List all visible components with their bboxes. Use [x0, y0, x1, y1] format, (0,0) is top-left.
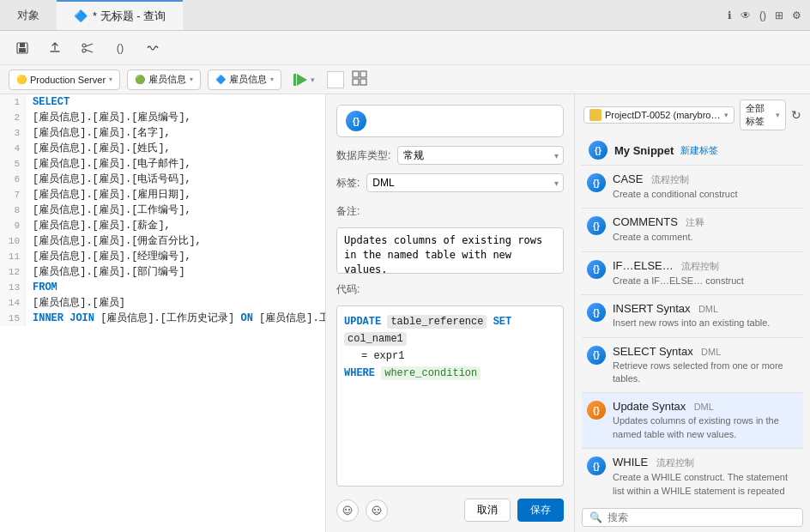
- tag-wrapper[interactable]: DML: [366, 173, 564, 192]
- svg-point-3: [82, 44, 86, 47]
- search-input[interactable]: [608, 511, 795, 523]
- snippet-item-ifelse[interactable]: {} IF…ELSE… 流程控制 Create a IF…ELSE… const…: [582, 252, 803, 295]
- case-body: CASE 流程控制 Create a conditional construct: [613, 172, 798, 201]
- run-button[interactable]: ▾: [288, 70, 320, 89]
- snippet-item-select[interactable]: {} SELECT Syntax DML Retrieve rows selec…: [582, 338, 803, 394]
- while-icon: {}: [587, 456, 606, 475]
- add-tag-btn[interactable]: [336, 499, 359, 522]
- svg-line-6: [86, 50, 93, 52]
- comments-tag: 注释: [686, 217, 704, 227]
- db2-select[interactable]: 🔷 雇员信息 ▾: [208, 70, 281, 90]
- search-bar: 🔍: [582, 508, 803, 527]
- update-body: Update Syntax DML Updates columns of exi…: [613, 400, 798, 441]
- tag-filter-select[interactable]: 全部标签 ▾: [740, 100, 787, 130]
- comments-body: COMMENTS 注释 Create a comment.: [613, 215, 798, 244]
- tag-select[interactable]: DML: [366, 173, 564, 192]
- snippet-item-case[interactable]: {} CASE 流程控制 Create a conditional constr…: [582, 166, 803, 209]
- grid-icon[interactable]: ⊞: [775, 9, 783, 21]
- code-line-2: 2 [雇员信息].[雇员].[雇员编号],: [0, 110, 325, 125]
- snippets-panel: ProjectDT-0052 (marybro… ▾ 全部标签 ▾ ↻ {} M…: [575, 94, 810, 532]
- parens-button[interactable]: (): [108, 36, 132, 60]
- svg-rect-1: [20, 43, 25, 47]
- server-label: Production Server: [30, 75, 106, 85]
- scissors-button[interactable]: [76, 36, 100, 60]
- snippet-item-update[interactable]: {} Update Syntax DML Updates columns of …: [582, 393, 803, 449]
- comments-title: COMMENTS: [613, 215, 678, 228]
- code-editor[interactable]: 1 SELECT 2 [雇员信息].[雇员].[雇员编号], 3 [雇员信息].…: [0, 94, 325, 326]
- server-select[interactable]: 🟡 Production Server ▾: [9, 70, 120, 90]
- notes-section: 备注:: [336, 201, 564, 219]
- snippet-icon: {}: [346, 111, 366, 131]
- db-type-row: 数据库类型: 常规: [336, 146, 564, 165]
- snippet-title-input[interactable]: UPDATE Syntax: [373, 115, 554, 128]
- snippet-header: {} UPDATE Syntax: [336, 105, 564, 137]
- svg-line-5: [86, 44, 93, 46]
- select-tag: DML: [701, 347, 721, 357]
- refresh-button[interactable]: ↻: [791, 108, 801, 122]
- code-line-5: 5 [雇员信息].[雇员].[电子邮件],: [0, 156, 325, 172]
- notes-textarea[interactable]: Updates columns of existing rows in the …: [336, 227, 564, 274]
- code-line-15: 15 INNER JOIN [雇员信息].[工作历史记录] ON [雇员信息].…: [0, 311, 325, 326]
- update-title: Update Syntax: [613, 400, 686, 413]
- snippet-item-while[interactable]: {} WHILE 流程控制 Create a WHILE construct. …: [582, 449, 803, 503]
- search-icon: 🔍: [589, 511, 602, 523]
- db-type-label: 数据库类型:: [336, 148, 390, 163]
- stop-button[interactable]: [327, 71, 344, 88]
- info-icon[interactable]: ℹ: [728, 9, 732, 21]
- main-area: 1 SELECT 2 [雇员信息].[雇员].[雇员编号], 3 [雇员信息].…: [0, 94, 810, 532]
- db2-arrow: ▾: [270, 76, 274, 83]
- save-button[interactable]: [10, 36, 34, 60]
- parens-icon[interactable]: (): [759, 9, 766, 21]
- grid-btn[interactable]: [351, 70, 368, 89]
- db-type-wrapper[interactable]: 常规: [397, 146, 564, 165]
- main-toolbar: (): [0, 31, 810, 65]
- svg-point-14: [348, 509, 350, 511]
- svg-marker-7: [297, 74, 307, 86]
- db1-select[interactable]: 🟢 雇员信息 ▾: [127, 70, 201, 90]
- save-button[interactable]: 保存: [517, 499, 564, 522]
- snippets-list: {} My Snippet 新建标签 {} CASE 流程控制 Create a…: [575, 136, 810, 503]
- tab-objects[interactable]: 对象: [0, 0, 57, 30]
- comments-icon: {}: [587, 216, 606, 235]
- snippet-bottom-bar: 取消 保存: [336, 495, 564, 522]
- code-box[interactable]: UPDATE table_reference SET col_name1 = e…: [336, 305, 564, 487]
- svg-rect-8: [293, 74, 296, 86]
- svg-point-13: [345, 509, 347, 511]
- tab-bar: 对象 🔷 * 无标题 - 查询 ℹ 👁 () ⊞ ⚙: [0, 0, 810, 31]
- tab-query-label: * 无标题 - 查询: [93, 9, 166, 24]
- gear-icon[interactable]: ⚙: [792, 9, 801, 21]
- eye-icon[interactable]: 👁: [740, 9, 751, 21]
- code-line-14: 14 [雇员信息].[雇员]: [0, 295, 325, 311]
- notes-label: 备注:: [336, 204, 564, 219]
- code-line-13: 13 FROM: [0, 280, 325, 295]
- code-snippet-line3: WHERE where_condition: [344, 365, 556, 382]
- insert-title: INSERT Syntax: [613, 302, 691, 315]
- insert-desc: Insert new rows into an existing table.: [613, 317, 798, 329]
- upload-button[interactable]: [43, 36, 67, 60]
- snippet-item-insert[interactable]: {} INSERT Syntax DML Insert new rows int…: [582, 295, 803, 337]
- code-line-12: 12 [雇员信息].[雇员].[部门编号]: [0, 264, 325, 280]
- select-body: SELECT Syntax DML Retrieve rows selected…: [613, 345, 798, 386]
- db1-label: 雇员信息: [148, 73, 186, 86]
- wave-button[interactable]: [141, 36, 165, 60]
- new-tag-button[interactable]: 新建标签: [680, 144, 718, 157]
- svg-point-16: [378, 509, 379, 511]
- code-panel[interactable]: 1 SELECT 2 [雇员信息].[雇员].[雇员编号], 3 [雇员信息].…: [0, 94, 326, 532]
- code-line-6: 6 [雇员信息].[雇员].[电话号码],: [0, 172, 325, 187]
- project-select[interactable]: ProjectDT-0052 (marybro… ▾: [583, 106, 734, 124]
- ifelse-body: IF…ELSE… 流程控制 Create a IF…ELSE… construc…: [613, 259, 798, 287]
- insert-body: INSERT Syntax DML Insert new rows into a…: [613, 302, 798, 329]
- delete-tag-btn[interactable]: [366, 499, 388, 522]
- tab-objects-label: 对象: [17, 8, 39, 23]
- code-line-4: 4 [雇员信息].[雇员].[姓氏],: [0, 141, 325, 156]
- snippet-item-comments[interactable]: {} COMMENTS 注释 Create a comment.: [582, 209, 803, 251]
- svg-point-4: [82, 49, 86, 52]
- code-line-1: 1 SELECT: [0, 94, 325, 110]
- db-type-select[interactable]: 常规: [397, 146, 564, 165]
- tag-filter-label: 全部标签: [746, 102, 773, 128]
- update-desc: Updates columns of existing rows in the …: [613, 414, 798, 441]
- code-line-3: 3 [雇员信息].[雇员].[名字],: [0, 125, 325, 141]
- tab-query[interactable]: 🔷 * 无标题 - 查询: [57, 0, 183, 30]
- cancel-button[interactable]: 取消: [464, 499, 511, 522]
- while-tag: 流程控制: [656, 457, 694, 468]
